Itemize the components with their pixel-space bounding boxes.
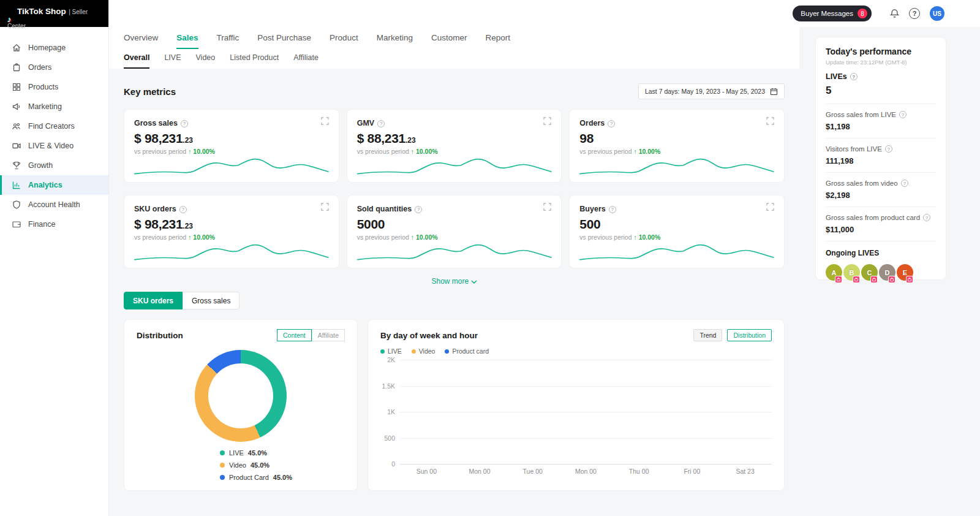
expand-icon[interactable] <box>321 117 329 125</box>
subtab-live[interactable]: LIVE <box>164 53 181 69</box>
info-icon[interactable]: ? <box>415 206 422 213</box>
shopping-bag-badge-icon <box>870 276 878 283</box>
user-avatar[interactable]: US <box>930 6 944 21</box>
x-tick-label: Mon 00 <box>571 468 600 475</box>
tab-sales[interactable]: Sales <box>176 33 198 49</box>
toggle-gross-sales[interactable]: Gross sales <box>183 292 239 309</box>
video-icon <box>12 141 21 151</box>
legend-dot <box>445 349 449 354</box>
donut-chart[interactable] <box>195 350 287 442</box>
info-icon[interactable]: ? <box>885 145 892 153</box>
expand-icon[interactable] <box>766 203 774 211</box>
sidebar-item-products[interactable]: Products <box>0 77 108 97</box>
tab-traffic[interactable]: Traffic <box>217 33 239 49</box>
info-icon[interactable]: ? <box>181 120 188 127</box>
date-range-picker[interactable]: Last 7 days: May 19, 2023 - May 25, 2023 <box>638 83 785 99</box>
today-stat-gross-sales-from-video: Gross sales from video? $2,198 <box>826 173 936 207</box>
sidebar: ♪♪♪TikTok Shop | Seller Center HomepageO… <box>0 0 109 516</box>
y-tick: 500 <box>384 434 395 442</box>
seg-affiliate[interactable]: Affiliate <box>312 329 345 341</box>
live-avatar-c[interactable]: C <box>861 264 878 281</box>
sidebar-item-growth[interactable]: Growth <box>0 156 108 175</box>
x-tick-label: Mon 00 <box>466 468 494 475</box>
topbar: Buyer Messages 8 ? US <box>109 0 980 27</box>
shopping-bag-badge-icon <box>906 276 913 283</box>
today-stat-value: $11,000 <box>826 225 936 234</box>
buyer-messages-button[interactable]: Buyer Messages 8 <box>793 6 872 21</box>
subtab-affiliate[interactable]: Affiliate <box>293 53 318 69</box>
toggle-sku-orders[interactable]: SKU orders <box>124 292 183 309</box>
tab-post-purchase[interactable]: Post Purchase <box>257 33 311 49</box>
help-icon[interactable]: ? <box>909 8 920 19</box>
legend-dot <box>380 349 385 354</box>
tab-product[interactable]: Product <box>330 33 358 49</box>
donut-legend-live: LIVE 45.0% <box>220 449 345 457</box>
metric-value: 98 <box>579 131 594 145</box>
bell-icon[interactable] <box>889 8 900 20</box>
live-avatar-a[interactable]: A <box>826 264 842 281</box>
sidebar-item-label: Marketing <box>28 102 62 111</box>
subtab-video[interactable]: Video <box>196 53 216 69</box>
subtab-listed-product[interactable]: Listed Product <box>230 53 279 69</box>
metric-cards-grid: Gross sales? $ 98,231.23 vs previous per… <box>124 109 785 268</box>
info-icon[interactable]: ? <box>608 120 615 127</box>
expand-icon[interactable] <box>543 203 551 211</box>
tab-marketing[interactable]: Marketing <box>377 33 413 49</box>
center-column: OverviewSalesTrafficPost PurchaseProduct… <box>109 27 799 516</box>
info-icon[interactable]: ? <box>850 73 858 80</box>
metric-value: 5000 <box>357 217 385 231</box>
sparkline-chart <box>356 151 553 178</box>
tab-customer[interactable]: Customer <box>431 33 467 49</box>
metric-card-gross-sales: Gross sales? $ 98,231.23 vs previous per… <box>124 109 339 183</box>
info-icon[interactable]: ? <box>179 206 187 213</box>
live-avatar-d[interactable]: D <box>879 264 895 281</box>
today-stats-list: LIVEs? 5 Gross sales from LIVE? $1,198 V… <box>826 66 936 241</box>
metric-card-orders: Orders? 98 vs previous period ↑ 10.00% <box>569 109 785 183</box>
expand-icon[interactable] <box>543 117 551 125</box>
info-icon[interactable]: ? <box>899 111 907 118</box>
bottom-charts-row: Distribution ContentAffiliate LIVE 45.0%… <box>124 319 785 503</box>
expand-icon[interactable] <box>321 203 329 211</box>
info-icon[interactable]: ? <box>377 120 385 127</box>
tab-overview[interactable]: Overview <box>124 33 158 49</box>
pill-distribution[interactable]: Distribution <box>727 329 772 341</box>
sidebar-item-analytics[interactable]: Analytics <box>0 175 108 195</box>
donut-legend-video: Video 45.0% <box>220 461 345 469</box>
sidebar-item-finance[interactable]: Finance <box>0 214 108 234</box>
metric-title: Orders <box>579 119 605 127</box>
dashboard-body: Key metrics Last 7 days: May 19, 2023 - … <box>109 83 799 503</box>
info-icon[interactable]: ? <box>609 206 616 213</box>
content-row: OverviewSalesTrafficPost PurchaseProduct… <box>109 27 980 516</box>
sidebar-item-marketing[interactable]: Marketing <box>0 97 108 116</box>
legend-dot <box>220 463 225 468</box>
y-tick: 2K <box>387 356 395 363</box>
sidebar-item-live-video[interactable]: LIVE & Video <box>0 136 108 156</box>
metric-title: Buyers <box>579 205 605 213</box>
show-more-link[interactable]: Show more <box>124 277 785 286</box>
pill-trend[interactable]: Trend <box>693 329 722 341</box>
sidebar-item-homepage[interactable]: Homepage <box>0 38 108 58</box>
seg-content[interactable]: Content <box>277 329 312 341</box>
y-axis: 2K1.5K1K5000 <box>380 360 400 464</box>
subtab-overall[interactable]: Overall <box>124 53 149 69</box>
tab-report[interactable]: Report <box>485 33 510 49</box>
y-tick: 1.5K <box>382 382 395 390</box>
live-avatar-e[interactable]: E <box>897 264 913 281</box>
live-avatar-b[interactable]: B <box>843 264 860 281</box>
sidebar-item-label: Account Health <box>28 200 80 209</box>
sidebar-item-orders[interactable]: Orders <box>0 58 108 77</box>
app-root: ♪♪♪TikTok Shop | Seller Center HomepageO… <box>0 0 980 516</box>
sidebar-item-label: Orders <box>28 63 51 72</box>
info-icon[interactable]: ? <box>923 214 930 221</box>
sidebar-item-find-creators[interactable]: Find Creators <box>0 116 108 136</box>
expand-icon[interactable] <box>766 117 774 125</box>
sidebar-item-account-health[interactable]: Account Health <box>0 195 108 214</box>
date-range-value: Last 7 days: May 19, 2023 - May 25, 2023 <box>645 88 765 95</box>
legend-dot <box>412 349 416 354</box>
shopping-bag-badge-icon <box>835 276 842 283</box>
tiktok-shop-logo[interactable]: ♪♪♪TikTok Shop | Seller Center <box>0 0 108 27</box>
update-time: Update time: 23:12PM (GMT-8) <box>826 59 936 66</box>
bar-legend-product-card: Product card <box>445 347 489 355</box>
info-icon[interactable]: ? <box>901 180 908 187</box>
buyer-messages-label: Buyer Messages <box>801 10 853 17</box>
